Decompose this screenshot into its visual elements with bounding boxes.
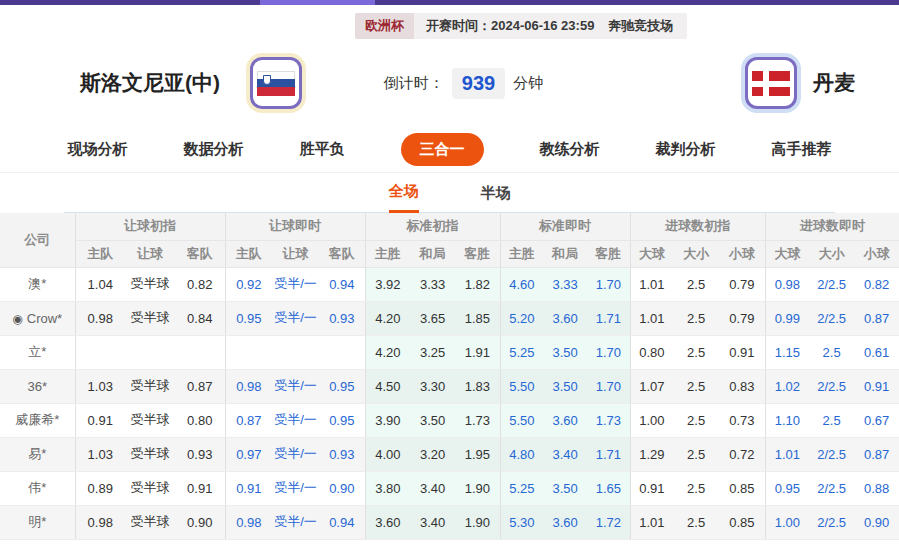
- odds-cell-live[interactable]: 5.50: [500, 403, 543, 437]
- odds-cell-live[interactable]: 2/2.5: [809, 267, 854, 301]
- odds-cell-live[interactable]: 2.5: [809, 335, 854, 369]
- odds-cell-live[interactable]: 1.15: [765, 335, 809, 369]
- odds-cell-live[interactable]: 5.25: [500, 471, 543, 505]
- odds-cell-live[interactable]: 0.88: [854, 471, 899, 505]
- odds-cell-live[interactable]: 0.87: [854, 301, 899, 335]
- odds-cell-live[interactable]: 3.60: [543, 301, 587, 335]
- odds-cell-live[interactable]: 1.65: [587, 471, 630, 505]
- odds-cell-initial: 1.85: [455, 301, 500, 335]
- odds-cell-initial: 1.00: [630, 403, 673, 437]
- match-header: 斯洛文尼亚(中) 倒计时： 939 分钟 丹麦: [0, 39, 899, 127]
- tab-data-analysis[interactable]: 数据分析: [184, 140, 244, 159]
- odds-cell-live[interactable]: 1.70: [587, 335, 630, 369]
- odds-cell-live[interactable]: 受半/一: [272, 437, 319, 471]
- odds-cell-live[interactable]: 受半/一: [272, 267, 319, 301]
- odds-cell-live[interactable]: 5.30: [500, 505, 543, 539]
- odds-cell-initial: 1.07: [630, 369, 673, 403]
- company-cell: ◉Crow*: [0, 301, 75, 335]
- company-cell: 明*: [0, 505, 75, 539]
- tab-expert-picks[interactable]: 高手推荐: [772, 140, 832, 159]
- tab-three-in-one[interactable]: 三合一: [401, 133, 484, 166]
- odds-cell-live[interactable]: 0.82: [854, 267, 899, 301]
- odds-cell-live[interactable]: 0.90: [319, 471, 365, 505]
- odds-cell-live[interactable]: 0.91: [225, 471, 272, 505]
- odds-cell-live[interactable]: 受半/一: [272, 369, 319, 403]
- odds-cell-live[interactable]: 5.50: [500, 369, 543, 403]
- subcol: 主胜: [365, 240, 410, 267]
- odds-cell-live[interactable]: 受半/一: [272, 471, 319, 505]
- odds-cell-live[interactable]: 0.95: [319, 403, 365, 437]
- tab-coach-analysis[interactable]: 教练分析: [540, 140, 600, 159]
- scrollbar-thumb[interactable]: [260, 0, 375, 5]
- odds-cell-initial: 3.40: [410, 471, 455, 505]
- odds-cell-live[interactable]: 3.33: [543, 267, 587, 301]
- odds-cell-live[interactable]: 0.93: [319, 301, 365, 335]
- odds-cell-live[interactable]: 0.93: [319, 437, 365, 471]
- odds-cell-live[interactable]: 2/2.5: [809, 369, 854, 403]
- odds-cell-live[interactable]: 0.87: [854, 437, 899, 471]
- odds-cell-live[interactable]: 1.73: [587, 403, 630, 437]
- subcol: 客队: [319, 240, 365, 267]
- odds-cell-live[interactable]: 2/2.5: [809, 437, 854, 471]
- odds-cell-initial: 1.95: [455, 437, 500, 471]
- odds-cell-live[interactable]: 1.10: [765, 403, 809, 437]
- odds-cell-live[interactable]: 0.94: [319, 267, 365, 301]
- odds-cell-live[interactable]: 0.95: [765, 471, 809, 505]
- odds-cell-live[interactable]: 3.60: [543, 505, 587, 539]
- odds-cell-live[interactable]: 受半/一: [272, 403, 319, 437]
- odds-cell-initial: 4.50: [365, 369, 410, 403]
- odds-cell-live[interactable]: 0.98: [765, 267, 809, 301]
- odds-cell-live[interactable]: 0.94: [319, 505, 365, 539]
- odds-cell-live[interactable]: 0.95: [225, 301, 272, 335]
- odds-cell-live[interactable]: 受半/一: [272, 505, 319, 539]
- tab-live-analysis[interactable]: 现场分析: [68, 140, 128, 159]
- odds-cell-live[interactable]: 2/2.5: [809, 471, 854, 505]
- odds-cell-live[interactable]: 1.71: [587, 437, 630, 471]
- company-name: 明*: [28, 514, 46, 529]
- subcol: 小球: [854, 240, 899, 267]
- table-row: 澳*1.04受半球0.820.92受半/一0.943.923.331.824.6…: [0, 267, 899, 301]
- odds-cell-live[interactable]: 5.20: [500, 301, 543, 335]
- company-name: 36*: [27, 379, 47, 394]
- odds-cell-live[interactable]: 5.25: [500, 335, 543, 369]
- odds-cell-live[interactable]: 3.50: [543, 471, 587, 505]
- tab-win-draw-lose[interactable]: 胜平负: [300, 140, 345, 159]
- odds-cell-initial: 0.91: [719, 335, 765, 369]
- odds-cell-live[interactable]: 3.60: [543, 403, 587, 437]
- odds-cell-live[interactable]: 受半/一: [272, 301, 319, 335]
- odds-table-body: 澳*1.04受半球0.820.92受半/一0.943.923.331.824.6…: [0, 267, 899, 539]
- odds-cell-live[interactable]: 1.02: [765, 369, 809, 403]
- odds-cell-live[interactable]: 4.80: [500, 437, 543, 471]
- odds-cell-live[interactable]: 0.91: [854, 369, 899, 403]
- subcol: 让球: [272, 240, 319, 267]
- col-company: 公司: [0, 213, 75, 267]
- odds-cell-live[interactable]: 2/2.5: [809, 505, 854, 539]
- tab-referee-analysis[interactable]: 裁判分析: [656, 140, 716, 159]
- odds-cell-live[interactable]: 0.87: [225, 403, 272, 437]
- odds-cell-live[interactable]: 1.72: [587, 505, 630, 539]
- odds-cell-live[interactable]: 2/2.5: [809, 301, 854, 335]
- group-handicap-initial: 让球初指: [75, 213, 225, 240]
- subtab-full-match[interactable]: 全场: [389, 182, 419, 213]
- odds-cell-live[interactable]: 3.50: [543, 369, 587, 403]
- odds-cell-live[interactable]: 3.50: [543, 335, 587, 369]
- period-subtabs: 全场 半场: [64, 173, 835, 213]
- odds-cell-live[interactable]: 0.98: [225, 505, 272, 539]
- odds-cell-live[interactable]: 0.99: [765, 301, 809, 335]
- odds-cell-live[interactable]: 2.5: [809, 403, 854, 437]
- odds-cell-live[interactable]: 0.92: [225, 267, 272, 301]
- odds-cell-live[interactable]: 0.95: [319, 369, 365, 403]
- odds-cell-live[interactable]: 1.71: [587, 301, 630, 335]
- odds-cell-live[interactable]: 0.61: [854, 335, 899, 369]
- odds-cell-live[interactable]: 1.70: [587, 267, 630, 301]
- odds-cell-live[interactable]: 1.70: [587, 369, 630, 403]
- odds-cell-live[interactable]: 0.67: [854, 403, 899, 437]
- odds-cell-live[interactable]: 3.40: [543, 437, 587, 471]
- odds-cell-live[interactable]: 4.60: [500, 267, 543, 301]
- odds-cell-live[interactable]: 0.97: [225, 437, 272, 471]
- odds-cell-live[interactable]: 0.98: [225, 369, 272, 403]
- odds-cell-live[interactable]: 1.00: [765, 505, 809, 539]
- subtab-half-match[interactable]: 半场: [481, 184, 511, 212]
- odds-cell-live[interactable]: 1.01: [765, 437, 809, 471]
- odds-cell-live[interactable]: 0.90: [854, 505, 899, 539]
